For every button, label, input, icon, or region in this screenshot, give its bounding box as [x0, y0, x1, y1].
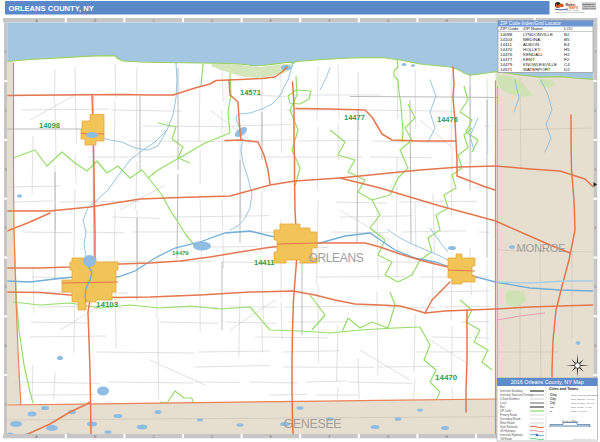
- svg-text:Size: 25,000 - 99,999: Size: 25,000 - 99,999: [571, 398, 595, 401]
- svg-text:14098: 14098: [39, 121, 60, 130]
- svg-text:Size: 0 - 5,999: Size: 0 - 5,999: [571, 410, 588, 413]
- svg-text:Any Map. Any Place.: Any Map. Any Place.: [566, 9, 580, 11]
- svg-text:Toll Roads: Toll Roads: [500, 437, 513, 441]
- svg-text:America's Leading Source for D: America's Leading Source for Discount Ma…: [555, 11, 585, 13]
- svg-text:Rail: Rail: [500, 405, 505, 409]
- svg-text:1: 1: [594, 50, 596, 54]
- svg-text:MarketMAPS.com: MarketMAPS.com: [583, 7, 597, 9]
- svg-text:14571: 14571: [500, 67, 513, 72]
- svg-text:ORLEANS: ORLEANS: [309, 251, 364, 265]
- svg-text:2016 Orleans County, NY Map: 2016 Orleans County, NY Map: [511, 379, 584, 385]
- svg-text:4: 4: [594, 226, 596, 230]
- svg-text:5: 5: [5, 285, 7, 289]
- svg-text:14470: 14470: [435, 373, 458, 382]
- svg-text:Size: 10,000 - 24,999: Size: 10,000 - 24,999: [571, 402, 595, 405]
- svg-text:ZIP Code Index/Grid Locator: ZIP Code Index/Grid Locator: [500, 21, 561, 26]
- svg-text:2: 2: [5, 109, 7, 113]
- svg-text:6: 6: [594, 344, 596, 348]
- svg-text:D2: D2: [564, 67, 570, 72]
- svg-text:14411: 14411: [254, 258, 274, 267]
- svg-text:F: F: [328, 435, 330, 439]
- svg-text:6: 6: [5, 344, 7, 348]
- svg-text:F: F: [328, 19, 330, 23]
- svg-text:Local: Local: [500, 401, 507, 405]
- svg-text:City: City: [550, 401, 556, 405]
- svg-text:US Highways: US Highways: [500, 429, 516, 433]
- svg-text:GENESEE: GENESEE: [284, 417, 342, 431]
- svg-text:3: 3: [594, 168, 596, 172]
- svg-text:Secondary Roads: Secondary Roads: [500, 417, 521, 421]
- svg-text:4-State Numbers: 4-State Numbers: [500, 397, 520, 401]
- svg-text:City: City: [550, 397, 556, 401]
- svg-text:14103: 14103: [96, 300, 119, 309]
- svg-text:Minor Roads: Minor Roads: [500, 421, 515, 425]
- svg-text:MONROE: MONROE: [517, 242, 566, 254]
- svg-text:3: 3: [5, 168, 7, 172]
- svg-text:Interstate Boundary: Interstate Boundary: [500, 389, 523, 393]
- svg-text:2: 2: [594, 109, 596, 113]
- svg-text:Scale in Miles: Scale in Miles: [562, 420, 579, 424]
- svg-text:ORLEANS COUNTY, NY: ORLEANS COUNTY, NY: [9, 4, 94, 13]
- svg-text:www.MarketMAPS.com: www.MarketMAPS.com: [573, 438, 596, 440]
- svg-text:5: 5: [594, 285, 596, 289]
- svg-text:Interstate Highways: Interstate Highways: [500, 433, 523, 437]
- svg-text:Cty: Cty: [550, 406, 555, 409]
- svg-text:G: G: [387, 435, 390, 439]
- svg-text:14476: 14476: [437, 115, 458, 124]
- svg-text:7: 7: [5, 403, 7, 407]
- svg-text:Primary Roads: Primary Roads: [500, 413, 518, 417]
- svg-text:Interstate State and Territory: Interstate State and Territory: [500, 393, 533, 397]
- svg-text:14571: 14571: [240, 88, 261, 97]
- svg-text:4: 4: [5, 226, 7, 230]
- svg-text:ZIP Code: ZIP Code: [500, 409, 511, 413]
- svg-text:1: 1: [5, 50, 7, 54]
- svg-text:14479: 14479: [172, 250, 189, 256]
- svg-text:Cities and Towns: Cities and Towns: [549, 387, 578, 391]
- svg-text:WATERPORT: WATERPORT: [523, 67, 551, 72]
- svg-text:Size: 100,000 and above: Size: 100,000 and above: [571, 394, 599, 397]
- svg-text:G: G: [387, 19, 390, 23]
- svg-text:State Railroads: State Railroads: [500, 425, 518, 429]
- svg-text:14477: 14477: [344, 113, 365, 122]
- svg-text:Size: 6,000 - 9,999: Size: 6,000 - 9,999: [571, 406, 593, 409]
